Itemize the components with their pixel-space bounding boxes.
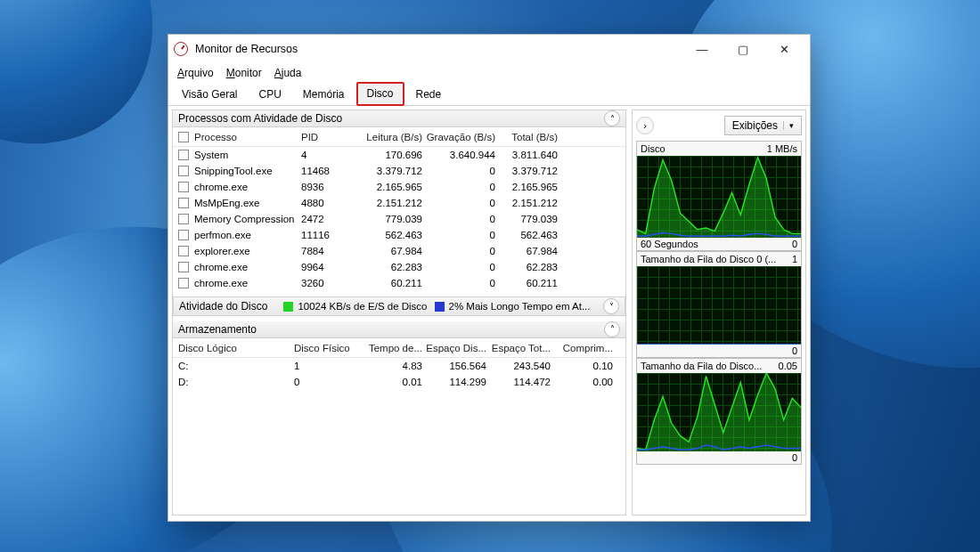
- cell-total: 67.984: [495, 246, 558, 256]
- chart-title: Tamanho da Fila do Disco 0 (...: [641, 254, 776, 264]
- perf-chart: Disco1 MB/s60 Segundos0: [636, 141, 802, 251]
- cell-avail: 114.299: [422, 377, 486, 387]
- cell-physical: 0: [294, 377, 358, 387]
- cell-write: 0: [422, 182, 495, 192]
- menu-file[interactable]: Arquivo: [177, 67, 214, 79]
- row-checkbox[interactable]: [178, 214, 189, 224]
- row-checkbox[interactable]: [178, 182, 189, 192]
- chevron-down-icon[interactable]: ˅: [603, 298, 619, 314]
- table-row[interactable]: Memory Compression2472779.0390779.039: [173, 211, 625, 227]
- chart-scale: 1 MB/s: [767, 143, 797, 154]
- row-checkbox[interactable]: [178, 262, 189, 272]
- disk-activity-panel-header[interactable]: Atividade do Disco 10024 KB/s de E/S de …: [173, 296, 625, 315]
- views-dropdown[interactable]: Exibições ▾: [724, 116, 802, 135]
- col-write[interactable]: Gravação (B/s): [422, 132, 495, 142]
- window-title: Monitor de Recursos: [195, 43, 682, 55]
- scroll-left-icon[interactable]: ›: [636, 117, 654, 134]
- cell-read: 562.463: [353, 230, 422, 240]
- storage-table-header[interactable]: Disco Lógico Disco Físico Tempo de... Es…: [173, 338, 625, 358]
- col-active-time[interactable]: Tempo de...: [358, 343, 422, 353]
- cell-total: 62.283: [495, 262, 558, 272]
- chevron-up-icon[interactable]: ˄: [604, 321, 620, 337]
- close-button[interactable]: ✕: [764, 35, 804, 63]
- row-checkbox[interactable]: [178, 278, 189, 288]
- processes-table-header[interactable]: Processo PID Leitura (B/s) Gravação (B/s…: [173, 127, 625, 147]
- processes-panel-header[interactable]: Processos com Atividade de Disco ˄: [173, 110, 625, 127]
- cell-read: 170.696: [353, 150, 422, 160]
- chart-title: Disco: [641, 143, 666, 154]
- resource-monitor-window: Monitor de Recursos — ▢ ✕ Arquivo Monito…: [167, 34, 811, 522]
- col-process[interactable]: Processo: [194, 132, 301, 142]
- col-avail-space[interactable]: Espaço Dis...: [422, 343, 486, 353]
- menubar: Arquivo Monitor Ajuda: [168, 63, 810, 83]
- chart-scale: 1: [792, 254, 797, 264]
- chevron-up-icon[interactable]: ˄: [604, 110, 620, 126]
- tab-memory[interactable]: Memória: [293, 84, 355, 105]
- cell-read: 3.379.712: [353, 166, 422, 176]
- cell-write: 0: [422, 246, 495, 256]
- table-row[interactable]: chrome.exe89362.165.96502.165.965: [173, 179, 625, 195]
- titlebar[interactable]: Monitor de Recursos — ▢ ✕: [168, 35, 810, 63]
- col-physical-disk[interactable]: Disco Físico: [294, 343, 358, 353]
- table-row[interactable]: perfmon.exe11116562.4630562.463: [173, 227, 625, 243]
- cell-pid: 7884: [301, 246, 353, 256]
- col-pid[interactable]: PID: [301, 132, 353, 142]
- chart-footer-right: 0: [792, 239, 797, 249]
- minimize-button[interactable]: —: [682, 35, 723, 63]
- right-column: › Exibições ▾ Disco1 MB/s60 Segundos0Tam…: [632, 110, 806, 515]
- storage-table: Disco Lógico Disco Físico Tempo de... Es…: [173, 338, 625, 390]
- cell-total: 779.039: [495, 214, 558, 224]
- cell-process: Memory Compression: [194, 214, 301, 224]
- tab-cpu[interactable]: CPU: [249, 84, 290, 105]
- row-checkbox[interactable]: [178, 230, 189, 240]
- cell-pid: 9964: [301, 262, 353, 272]
- table-row[interactable]: chrome.exe326060.211060.211: [173, 275, 625, 291]
- cell-read: 2.165.965: [353, 182, 422, 192]
- cell-pid: 8936: [301, 182, 353, 192]
- table-row[interactable]: System4170.6963.640.9443.811.640: [173, 147, 625, 163]
- cell-read: 62.283: [353, 262, 422, 272]
- table-row[interactable]: C:14.83156.564243.5400.10: [173, 358, 625, 374]
- cell-write: 0: [422, 214, 495, 224]
- menu-help[interactable]: Ajuda: [274, 67, 302, 79]
- col-read[interactable]: Leitura (B/s): [353, 132, 422, 142]
- chart-footer-right: 0: [792, 452, 797, 463]
- left-column: Processos com Atividade de Disco ˄ Proce…: [172, 110, 626, 515]
- cell-queue: 0.10: [551, 361, 613, 371]
- row-checkbox[interactable]: [178, 198, 189, 208]
- cell-pid: 3260: [301, 278, 353, 288]
- storage-panel-header[interactable]: Armazenamento ˄: [173, 321, 625, 338]
- col-total[interactable]: Total (B/s): [495, 132, 558, 142]
- cell-queue: 0.00: [551, 377, 613, 387]
- row-checkbox[interactable]: [178, 246, 189, 256]
- col-logical-disk[interactable]: Disco Lógico: [178, 343, 294, 353]
- cell-write: 0: [422, 166, 495, 176]
- table-row[interactable]: D:00.01114.299114.4720.00: [173, 374, 625, 390]
- row-checkbox[interactable]: [178, 166, 189, 176]
- tab-disk[interactable]: Disco: [356, 82, 404, 106]
- cell-pid: 4880: [301, 198, 353, 208]
- cell-physical: 1: [294, 361, 358, 371]
- tab-overview[interactable]: Visão Geral: [172, 84, 247, 105]
- row-checkbox[interactable]: [178, 150, 189, 160]
- cell-total: 3.379.712: [495, 166, 558, 176]
- menu-monitor[interactable]: Monitor: [226, 67, 262, 79]
- cell-process: SnippingTool.exe: [194, 166, 301, 176]
- cell-time: 4.83: [358, 361, 422, 371]
- table-row[interactable]: MsMpEng.exe48802.151.21202.151.212: [173, 195, 625, 211]
- cell-write: 3.640.944: [422, 150, 495, 160]
- table-row[interactable]: explorer.exe788467.984067.984: [173, 243, 625, 259]
- table-row[interactable]: chrome.exe996462.283062.283: [173, 259, 625, 275]
- chevron-down-icon: ▾: [783, 121, 794, 130]
- tab-network[interactable]: Rede: [406, 84, 452, 105]
- table-row[interactable]: SnippingTool.exe114683.379.71203.379.712: [173, 163, 625, 179]
- maximize-button[interactable]: ▢: [723, 35, 764, 63]
- col-queue-length[interactable]: Comprim...: [551, 343, 613, 353]
- select-all-checkbox[interactable]: [178, 132, 189, 142]
- disk-activity-title: Atividade do Disco: [179, 300, 267, 313]
- cell-write: 0: [422, 230, 495, 240]
- perf-chart: Tamanho da Fila do Disco...0.050: [636, 358, 802, 465]
- col-total-space[interactable]: Espaço Tot...: [486, 343, 551, 353]
- cell-process: MsMpEng.exe: [194, 198, 301, 208]
- processes-table: Processo PID Leitura (B/s) Gravação (B/s…: [173, 127, 625, 291]
